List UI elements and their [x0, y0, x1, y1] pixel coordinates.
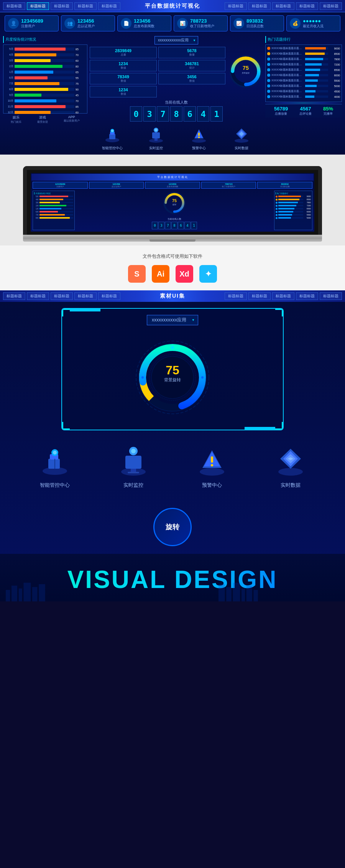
trending-icon: 📈: [233, 18, 244, 29]
s4-nav-left: 标题标题 标题标题 标题标题 标题标题 标题标题: [3, 292, 120, 300]
small-stat-0: 2839849 总量: [90, 47, 157, 58]
hot-dot: [267, 68, 270, 71]
hot-row: XXXXX标题标题题目题目题目 6000: [267, 73, 340, 77]
hot-bar-track: [305, 69, 328, 71]
stat-card-1: 👥 123456 总认证用户: [61, 15, 115, 31]
corner-tl: [62, 309, 70, 316]
hot-bar-fill: [305, 53, 325, 55]
center-panel: xxxxxxxxxxxx应用 ▼ 2839849 总量 5678 数量: [90, 36, 263, 153]
nav-item-r2[interactable]: 标题标题: [248, 2, 271, 10]
buildings-svg: [0, 578, 259, 601]
hot-text: XXXXX标题标题题目题目题目: [271, 89, 304, 93]
select-wrapper[interactable]: xxxxxxxxxxxx应用 ▼: [154, 36, 198, 44]
small-stat-1: 5678 数量: [158, 47, 225, 58]
hot-dot: [267, 74, 270, 77]
s4-nav-item-4[interactable]: 标题标题: [74, 292, 97, 300]
corner-tr: [275, 309, 283, 316]
svg-rect-14: [154, 138, 158, 141]
main-content: 月度报告统计情况 5月 85 4月 70 3月 60 2月: [0, 35, 345, 155]
big-gauge-area: 75 背景旋转: [68, 331, 277, 423]
stat-card-2: 📄 123456 总发布新闻数: [117, 15, 171, 31]
s4-nav-item-5[interactable]: 标题标题: [98, 292, 120, 300]
svg-rect-67: [219, 584, 225, 601]
svg-rect-54: [211, 456, 213, 463]
s4-icon-item-1[interactable]: 实时监控: [116, 444, 151, 489]
s4-icon-label-0: 智能管控中心: [38, 482, 72, 489]
svg-text:75: 75: [166, 363, 179, 377]
icon-item-3[interactable]: 实时数据: [232, 126, 251, 151]
svg-rect-63: [19, 588, 22, 601]
nav-item-4[interactable]: 标题标题: [74, 2, 97, 10]
bar-label: 5月: [6, 47, 13, 51]
bar-label: 7月: [6, 82, 13, 86]
svg-rect-40: [48, 459, 60, 469]
s4-nav-item-3[interactable]: 标题标题: [51, 292, 73, 300]
svg-rect-50: [128, 472, 139, 473]
s4-nav-item-r5[interactable]: 标题标题: [320, 292, 342, 300]
hot-bar-fill: [305, 47, 326, 49]
hot-dot: [267, 58, 270, 61]
right-deco-bar: [283, 358, 284, 381]
icon-item-0[interactable]: 智能管控中心: [102, 126, 123, 151]
svg-rect-71: [246, 586, 252, 601]
nav-item-2[interactable]: 标题标题: [27, 2, 49, 10]
nav-item-r5[interactable]: 标题标题: [320, 2, 342, 10]
bar-label: 2月: [6, 64, 13, 68]
nav-item-1[interactable]: 标题标题: [3, 2, 25, 10]
nav-item-r3[interactable]: 标题标题: [272, 2, 294, 10]
icon-item-2[interactable]: 预警中心: [190, 126, 208, 151]
s4-nav-item-r1[interactable]: 标题标题: [225, 292, 247, 300]
hot-num: 6500: [329, 69, 340, 71]
hot-row: XXXXX标题标题题目题目题目 4000: [267, 95, 340, 99]
svg-point-9: [111, 130, 113, 132]
s4-title: 素材UI集: [160, 293, 185, 300]
svg-rect-62: [12, 586, 17, 601]
stat-card-0: 👤 12345689 注册用户: [5, 15, 59, 31]
svg-rect-72: [254, 590, 258, 601]
stat-346781: 346781: [161, 61, 223, 66]
svg-point-38: [141, 376, 144, 379]
s4-select-label[interactable]: xxxxxxxxxxx应用: [147, 315, 198, 325]
bar-track: [15, 105, 74, 108]
hot-bar-fill: [305, 74, 319, 76]
rotate-circle[interactable]: 旋转: [153, 508, 192, 546]
icon-label-2: 预警中心: [190, 146, 208, 151]
icon-item-1[interactable]: 实时监控: [147, 126, 165, 151]
bar-label: 10月: [6, 99, 13, 103]
svg-point-48: [131, 449, 136, 453]
hot-text: XXXXX标题标题题目题目题目: [271, 46, 304, 50]
digit-3: 8: [170, 106, 182, 122]
s4-ui-frame: xxxxxxxxxxx应用: [61, 308, 284, 430]
nav-item-3[interactable]: 标题标题: [51, 2, 73, 10]
nav-item-5[interactable]: 标题标题: [98, 2, 120, 10]
s4-nav-item-2[interactable]: 标题标题: [27, 292, 49, 300]
hot-text: XXXXX标题标题题目题目题目: [271, 68, 304, 72]
bar-track: [15, 111, 74, 114]
laptop-screen-inner: 平台数据统计可视化 12345689 注册用户 123456 总认证用户: [31, 173, 314, 232]
nav-item-r1[interactable]: 标题标题: [225, 2, 247, 10]
center-with-gauge: 2839849 总量 5678 数量 1234 数值 346781 统计: [90, 47, 263, 97]
s4-icon-item-0[interactable]: 智能管控中心: [38, 444, 72, 489]
stat-card-4: 📈 893832 日活跃总数: [230, 15, 284, 31]
stat-label-5: 最近月收入流: [303, 24, 324, 29]
bar-track: [15, 99, 74, 102]
s4-icon-item-3[interactable]: 实时数据: [273, 444, 308, 489]
bar-label: 8月: [6, 87, 13, 91]
small-stat-2: 1234 数值: [90, 60, 157, 71]
hot-dot: [267, 90, 270, 93]
svg-point-0: [230, 56, 261, 86]
s4-nav-item-r4[interactable]: 标题标题: [296, 292, 318, 300]
hot-dot: [267, 79, 270, 82]
svg-rect-18: [198, 133, 200, 136]
hot-dot: [267, 47, 270, 50]
s4-nav-item-1[interactable]: 标题标题: [3, 292, 25, 300]
s4-nav-item-r3[interactable]: 标题标题: [272, 292, 294, 300]
s4-monitor-icon: [116, 444, 151, 479]
stat-5678: 5678: [161, 48, 223, 53]
small-stat-5: 3456 数值: [158, 73, 225, 84]
hot-num: 8500: [329, 53, 340, 55]
s4-icon-item-2[interactable]: 预警中心: [195, 444, 229, 489]
s4-nav-item-r2[interactable]: 标题标题: [248, 292, 271, 300]
nav-item-r4[interactable]: 标题标题: [296, 2, 318, 10]
bar-value: 85: [76, 48, 85, 51]
